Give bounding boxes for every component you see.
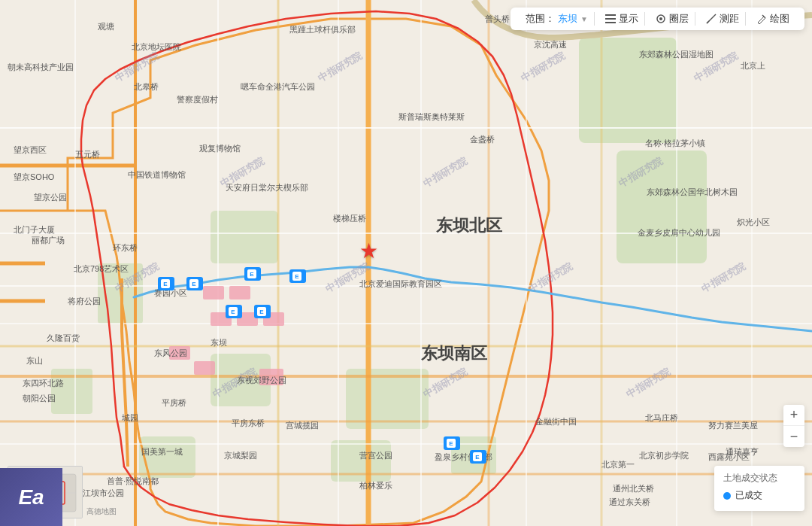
zoom-out-button[interactable]: − <box>783 426 804 447</box>
marker-blue-2[interactable]: E <box>186 277 203 290</box>
measure-toggle[interactable]: 测距 <box>700 12 746 26</box>
legend-panel: 土地成交状态 已成交 <box>714 466 804 511</box>
svg-point-48 <box>659 17 662 20</box>
svg-rect-46 <box>605 22 616 23</box>
measure-icon <box>706 14 717 24</box>
measure-label: 测距 <box>720 12 739 26</box>
ea-text: Ea <box>18 485 44 509</box>
ea-logo: Ea <box>0 468 62 526</box>
zoom-in-button[interactable]: + <box>783 405 804 426</box>
marker-blue-4[interactable]: E <box>289 269 306 283</box>
draw-toggle[interactable]: 绘图 <box>750 12 795 26</box>
legend-text-sold: 已成交 <box>735 489 762 502</box>
marker-blue-1[interactable]: E <box>158 277 174 290</box>
svg-line-50 <box>707 21 709 23</box>
display-label: 显示 <box>619 12 638 26</box>
map-background <box>0 0 812 526</box>
marker-blue-3[interactable]: E <box>244 267 261 281</box>
circle-toggle[interactable]: 圈层 <box>650 12 695 26</box>
display-toggle[interactable]: 显示 <box>599 12 645 26</box>
legend-title: 土地成交状态 <box>723 472 795 485</box>
legend-dot-sold <box>723 492 731 500</box>
legend-item-sold: 已成交 <box>723 489 795 502</box>
range-value[interactable]: 东坝 <box>558 12 577 26</box>
zoom-controls: + − <box>783 405 804 447</box>
range-selector[interactable]: 范围： 东坝 ▼ <box>520 12 595 26</box>
marker-blue-5[interactable]: E <box>226 305 242 318</box>
marker-blue-7[interactable]: E <box>444 436 460 450</box>
circle-icon <box>656 14 666 24</box>
star-marker[interactable]: ★ <box>359 241 378 262</box>
map-container: 中指研究院 中指研究院 中指研究院 中指研究院 中指研究院 中指研究院 中指研究… <box>0 0 812 526</box>
marker-blue-8[interactable]: E <box>470 450 486 464</box>
draw-label: 绘图 <box>770 12 789 26</box>
toolbar: 范围： 东坝 ▼ 显示 圈层 测距 <box>511 8 804 30</box>
marker-blue-6[interactable]: E <box>254 305 271 318</box>
range-dropdown-arrow: ▼ <box>580 15 588 23</box>
svg-rect-44 <box>605 14 616 16</box>
svg-rect-45 <box>605 18 616 20</box>
draw-icon <box>756 14 767 24</box>
range-label: 范围： <box>526 12 555 26</box>
circle-label: 圈层 <box>669 12 689 26</box>
gaode-label: 高德地图 <box>86 506 117 517</box>
list-icon <box>605 14 616 24</box>
